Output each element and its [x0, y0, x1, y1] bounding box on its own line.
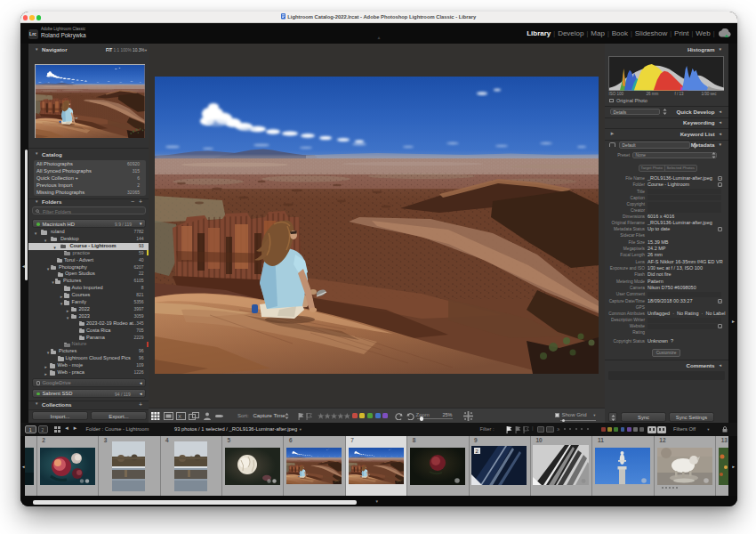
svg-text:X: X: [178, 414, 181, 419]
